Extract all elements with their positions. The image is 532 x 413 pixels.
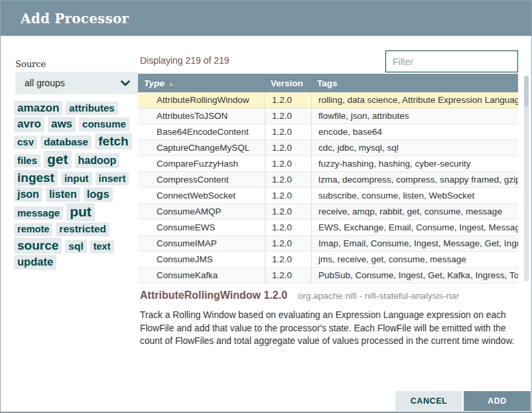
cell-type: ConsumeIMAP — [138, 238, 265, 248]
table-row-CaptureChangeMySQL[interactable]: CaptureChangeMySQL1.2.0cdc, jdbc, mysql,… — [138, 140, 518, 156]
tag-chip-source[interactable]: source — [14, 238, 62, 254]
cell-version: 1.2.0 — [265, 172, 311, 187]
selected-processor-bundle: org.apache.nifi - nifi-stateful-analysis… — [298, 291, 459, 301]
cell-tags: Imap, Email, Consume, Ingest, Message, G… — [311, 236, 518, 251]
tag-chip-amazon[interactable]: amazon — [14, 101, 62, 116]
table-body: AttributeRollingWindow1.2.0rolling, data… — [138, 92, 518, 284]
cell-type: AttributesToJSON — [138, 111, 265, 121]
tag-chip-logs[interactable]: logs — [84, 187, 113, 202]
cell-type: CompareFuzzyHash — [138, 159, 265, 169]
tag-chip-aws[interactable]: aws — [48, 117, 76, 131]
cell-tags: receive, amqp, rabbit, get, consume, mes… — [311, 204, 518, 219]
tag-cloud-line: sourcesqltext — [14, 238, 141, 254]
cell-version: 1.2.0 — [265, 220, 311, 235]
tag-chip-insert[interactable]: insert — [96, 172, 129, 185]
cell-tags: fuzzy-hashing, hashing, cyber-security — [311, 156, 518, 171]
table-scrollbar-thumb[interactable] — [524, 76, 529, 106]
cancel-button[interactable]: CANCEL — [395, 391, 462, 411]
table-row-ConsumeKafka[interactable]: ConsumeKafka1.2.0PubSub, Consume, Ingest… — [138, 268, 518, 284]
tag-chip-fetch[interactable]: fetch — [95, 133, 131, 150]
tag-chip-listen[interactable]: listen — [46, 187, 80, 201]
tag-cloud-line: avroawsconsume — [14, 117, 141, 131]
column-header-type-label: Type — [144, 78, 165, 88]
tag-cloud-line: filesgethadoop — [14, 151, 141, 169]
add-button[interactable]: ADD — [464, 391, 531, 411]
cell-type: AttributeRollingWindow — [138, 95, 265, 105]
column-header-type[interactable]: Type▲ — [138, 78, 265, 88]
cell-type: ConsumeKafka — [138, 270, 265, 280]
source-dropdown[interactable]: all groups — [15, 72, 138, 94]
tag-chip-database[interactable]: database — [40, 135, 92, 149]
cell-version: 1.2.0 — [265, 140, 311, 155]
tag-chip-remote[interactable]: remote — [14, 223, 52, 236]
cell-type: ConsumeAMQP — [138, 206, 265, 216]
tag-chip-get[interactable]: get — [44, 151, 72, 169]
cell-tags: cdc, jdbc, mysql, sql — [311, 140, 518, 155]
chevron-down-icon — [121, 80, 130, 86]
table-row-ConsumeIMAP[interactable]: ConsumeIMAP1.2.0Imap, Email, Consume, In… — [138, 236, 518, 252]
tag-chip-sql[interactable]: sql — [65, 240, 86, 254]
cell-type: Base64EncodeContent — [138, 127, 265, 137]
tag-cloud-line: jsonlistenlogs — [14, 187, 141, 202]
sort-asc-icon: ▲ — [168, 81, 174, 87]
tag-chip-csv[interactable]: csv — [14, 135, 37, 149]
filter-input[interactable] — [385, 50, 518, 72]
tag-chip-message[interactable]: message — [14, 206, 63, 220]
cell-version: 1.2.0 — [265, 252, 311, 267]
source-dropdown-value: all groups — [25, 78, 65, 88]
cell-version: 1.2.0 — [265, 188, 311, 203]
column-header-tags[interactable]: Tags — [311, 78, 518, 88]
cell-tags: PubSub, Consume, Ingest, Get, Kafka, Ing… — [311, 268, 518, 283]
cell-version: 1.2.0 — [265, 268, 311, 283]
tag-chip-put[interactable]: put — [66, 203, 95, 221]
dialog-title: Add Processor — [21, 11, 129, 27]
cell-type: ConsumeEWS — [138, 222, 265, 232]
cell-version: 1.2.0 — [265, 92, 311, 108]
cell-tags: lzma, decompress, compress, snappy frame… — [311, 172, 518, 187]
tag-chip-ingest[interactable]: ingest — [14, 170, 58, 187]
cell-version: 1.2.0 — [265, 124, 311, 139]
table-row-CompressContent[interactable]: CompressContent1.2.0lzma, decompress, co… — [138, 172, 518, 188]
cell-tags: rolling, data science, Attribute Express… — [311, 92, 518, 108]
cell-tags: subscribe, consume, listen, WebSocket — [311, 188, 518, 203]
cell-type: ConsumeJMS — [138, 254, 265, 264]
table-row-CompareFuzzyHash[interactable]: CompareFuzzyHash1.2.0fuzzy-hashing, hash… — [138, 156, 518, 172]
table-row-ConsumeEWS[interactable]: ConsumeEWS1.2.0EWS, Exchange, Email, Con… — [138, 220, 518, 236]
cell-version: 1.2.0 — [265, 204, 311, 219]
table-row-ConsumeJMS[interactable]: ConsumeJMS1.2.0jms, receive, get, consum… — [138, 252, 518, 268]
tag-chip-hadoop[interactable]: hadoop — [75, 153, 120, 167]
tag-chip-attributes[interactable]: attributes — [66, 102, 117, 115]
table-row-Base64EncodeContent[interactable]: Base64EncodeContent1.2.0encode, base64 — [138, 124, 518, 140]
tag-cloud-line: amazonattributes — [14, 101, 141, 116]
results-summary: Displaying 219 of 219 — [140, 55, 230, 66]
tag-cloud-line: csvdatabasefetch — [14, 133, 141, 150]
cell-version: 1.2.0 — [265, 156, 311, 171]
cell-version: 1.2.0 — [265, 108, 311, 124]
table-header-row: Type▲ Version Tags — [138, 74, 518, 92]
tag-cloud: amazonattributesavroawsconsumecsvdatabas… — [14, 101, 141, 271]
tag-chip-consume[interactable]: consume — [79, 118, 129, 131]
table-row-AttributesToJSON[interactable]: AttributesToJSON1.2.0flowfile, json, att… — [138, 108, 518, 124]
tag-chip-input[interactable]: input — [61, 172, 92, 185]
tag-chip-restricted[interactable]: restricted — [56, 222, 109, 236]
cell-tags: flowfile, json, attributes — [311, 108, 518, 124]
tag-chip-files[interactable]: files — [14, 154, 40, 167]
table-row-ConsumeAMQP[interactable]: ConsumeAMQP1.2.0receive, amqp, rabbit, g… — [138, 204, 518, 220]
selected-processor-title: AttributeRollingWindow 1.2.0 — [140, 289, 287, 301]
table-row-ConnectWebSocket[interactable]: ConnectWebSocket1.2.0subscribe, consume,… — [138, 188, 518, 204]
table-scrollbar[interactable] — [524, 76, 529, 282]
cell-type: ConnectWebSocket — [138, 191, 265, 201]
tag-chip-text[interactable]: text — [90, 240, 114, 254]
cell-type: CaptureChangeMySQL — [138, 143, 265, 153]
tag-cloud-line: ingestinputinsert — [14, 170, 141, 187]
tag-cloud-line: messageput — [14, 203, 141, 221]
column-header-version[interactable]: Version — [265, 78, 311, 88]
tag-chip-update[interactable]: update — [14, 255, 56, 270]
tag-chip-avro[interactable]: avro — [14, 117, 44, 131]
selected-processor-description: Track a Rolling Window based on evaluati… — [140, 309, 521, 348]
tag-cloud-line: remoterestricted — [14, 222, 141, 236]
tag-chip-json[interactable]: json — [14, 187, 42, 201]
cell-version: 1.2.0 — [265, 236, 311, 251]
table-row-AttributeRollingWindow[interactable]: AttributeRollingWindow1.2.0rolling, data… — [138, 92, 518, 108]
cell-tags: encode, base64 — [311, 124, 518, 139]
